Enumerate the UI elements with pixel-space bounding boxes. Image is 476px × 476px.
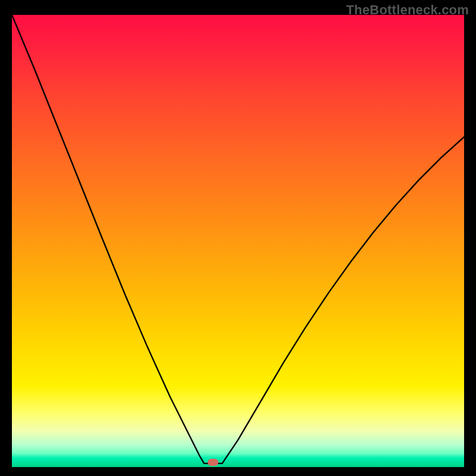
plot-area: [12, 15, 464, 467]
chart-frame: TheBottleneck.com: [0, 0, 476, 476]
watermark-text: TheBottleneck.com: [346, 2, 469, 18]
bottleneck-curve: [12, 15, 464, 467]
optimum-marker: [208, 459, 218, 466]
